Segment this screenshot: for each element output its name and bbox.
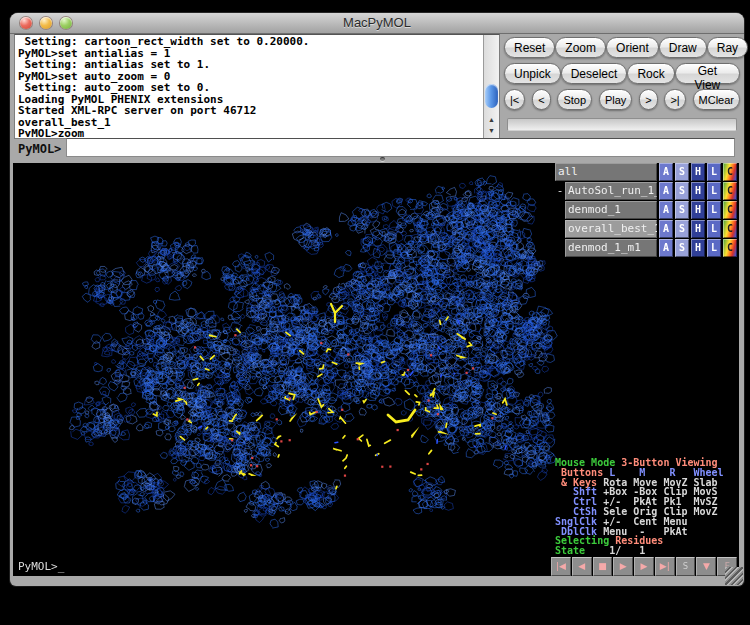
movie-control-bar: |◀◀■▶▶▶|S▼F xyxy=(551,557,737,576)
pymol-button-rock[interactable]: Rock xyxy=(627,63,674,84)
pymol-button-draw[interactable]: Draw xyxy=(659,37,707,58)
a-menu-button[interactable]: A xyxy=(659,201,673,219)
zoom-window-button[interactable] xyxy=(60,17,72,29)
button-row-1: ResetZoomOrientDrawRay xyxy=(504,37,740,58)
pymol-button-unpick[interactable]: Unpick xyxy=(504,63,561,84)
c-menu-button[interactable]: C xyxy=(723,163,737,181)
resize-grip[interactable] xyxy=(725,567,743,585)
console-line: PyMOL>zoom xyxy=(18,128,482,137)
object-row: allASHLC xyxy=(555,163,737,181)
s-menu-button[interactable]: S xyxy=(675,201,689,219)
c-menu-button[interactable]: C xyxy=(723,201,737,219)
console-line: Setting: antialias set to 1. xyxy=(18,59,482,71)
button-row-movie: |<<StopPlay>>|MClear xyxy=(504,89,740,110)
movie-step-forward-button[interactable]: ▶ xyxy=(634,557,654,576)
object-name-denmod-1[interactable]: denmod_1 xyxy=(565,201,657,219)
scrollbar-thumb[interactable] xyxy=(485,84,498,108)
control-button-panel: ResetZoomOrientDrawRay UnpickDeselectRoc… xyxy=(504,37,740,115)
c-menu-button[interactable]: C xyxy=(723,220,737,238)
h-menu-button[interactable]: H xyxy=(691,163,705,181)
command-prompt-label: PyMOL> xyxy=(18,142,61,156)
pymol-button-reset[interactable]: Reset xyxy=(504,37,555,58)
pymol-button-ctrl-4[interactable]: > xyxy=(639,89,657,110)
s-menu-button[interactable]: S xyxy=(675,239,689,257)
indent-spacer xyxy=(555,220,565,238)
console-line: overall_best_1 xyxy=(18,117,482,129)
object-list-panel: allASHLC-AutoSol_run_1_ASHLCdenmod_1ASHL… xyxy=(555,163,737,258)
window-title: MacPyMOL xyxy=(10,13,744,33)
object-name-overall-best-1[interactable]: overall_best_1 xyxy=(565,220,657,238)
console-scrollbar[interactable]: ▲ ▼ xyxy=(483,35,499,138)
scroll-down-icon[interactable]: ▼ xyxy=(484,126,499,136)
pymol-button-deselect[interactable]: Deselect xyxy=(561,63,628,84)
close-button[interactable] xyxy=(20,17,32,29)
console-line: Setting: auto_zoom set to 0. xyxy=(18,82,482,94)
command-input[interactable] xyxy=(66,138,735,157)
console-output: Setting: cartoon_rect_width set to 0.200… xyxy=(18,36,482,137)
movie-end-button[interactable]: ▶| xyxy=(655,557,675,576)
movie-step-back-button[interactable]: ◀ xyxy=(572,557,592,576)
l-menu-button[interactable]: L xyxy=(707,239,721,257)
splitter-handle[interactable] xyxy=(380,157,385,161)
l-menu-button[interactable]: L xyxy=(707,220,721,238)
a-menu-button[interactable]: A xyxy=(659,220,673,238)
indent-spacer xyxy=(555,201,565,219)
macpymol-window: MacPyMOL Setting: cartoon_rect_width set… xyxy=(10,13,744,586)
feedback-progress-strip xyxy=(507,118,737,131)
l-menu-button[interactable]: L xyxy=(707,201,721,219)
pymol-button-zoom[interactable]: Zoom xyxy=(555,37,606,58)
pymol-button-ray[interactable]: Ray xyxy=(707,37,748,58)
object-name-all[interactable]: all xyxy=(555,163,657,181)
movie-scene-button[interactable]: S xyxy=(676,557,696,576)
pymol-button-play[interactable]: Play xyxy=(599,89,632,110)
mouse-panel-text: State xyxy=(555,545,591,556)
movie-stop-button[interactable]: ■ xyxy=(593,557,613,576)
log-console[interactable]: Setting: cartoon_rect_width set to 0.200… xyxy=(14,34,500,139)
movie-down-button[interactable]: ▼ xyxy=(696,557,716,576)
h-menu-button[interactable]: H xyxy=(691,220,705,238)
pymol-button-ctrl-0[interactable]: |< xyxy=(504,89,525,110)
console-line: Setting: cartoon_rect_width set to 0.200… xyxy=(18,36,482,48)
object-name-denmod-1-m1[interactable]: denmod_1_m1 xyxy=(565,239,657,257)
object-row: -AutoSol_run_1_ASHLC xyxy=(555,182,737,200)
a-menu-button[interactable]: A xyxy=(659,182,673,200)
object-name-autosol-run-1[interactable]: AutoSol_run_1_ xyxy=(565,182,657,200)
button-row-2: UnpickDeselectRockGet View xyxy=(504,63,740,84)
viewport-prompt: PyMOL>_ xyxy=(18,560,64,573)
c-menu-button[interactable]: C xyxy=(723,239,737,257)
pymol-button-get-view[interactable]: Get View xyxy=(675,63,740,84)
s-menu-button[interactable]: S xyxy=(675,220,689,238)
pymol-button-ctrl-5[interactable]: >| xyxy=(664,89,685,110)
object-row: denmod_1ASHLC xyxy=(555,201,737,219)
indent-spacer xyxy=(555,239,565,257)
object-row: denmod_1_m1ASHLC xyxy=(555,239,737,257)
c-menu-button[interactable]: C xyxy=(723,182,737,200)
h-menu-button[interactable]: H xyxy=(691,182,705,200)
traffic-lights xyxy=(20,17,72,29)
scroll-up-icon[interactable]: ▲ xyxy=(484,115,499,125)
mouse-panel-line: State 1/ 1 xyxy=(555,546,736,556)
pymol-button-orient[interactable]: Orient xyxy=(606,37,659,58)
mouse-mode-panel[interactable]: Mouse Mode 3-Button Viewing Buttons L M … xyxy=(555,458,736,556)
pymol-button-ctrl-1[interactable]: < xyxy=(532,89,550,110)
h-menu-button[interactable]: H xyxy=(691,239,705,257)
a-menu-button[interactable]: A xyxy=(659,239,673,257)
movie-rewind-button[interactable]: |◀ xyxy=(551,557,571,576)
title-bar[interactable]: MacPyMOL xyxy=(10,13,744,34)
pymol-button-stop[interactable]: Stop xyxy=(557,89,592,110)
expand-toggle[interactable]: - xyxy=(555,182,565,200)
a-menu-button[interactable]: A xyxy=(659,163,673,181)
minimize-button[interactable] xyxy=(40,17,52,29)
l-menu-button[interactable]: L xyxy=(707,163,721,181)
h-menu-button[interactable]: H xyxy=(691,201,705,219)
s-menu-button[interactable]: S xyxy=(675,163,689,181)
movie-play-button[interactable]: ▶ xyxy=(613,557,633,576)
mouse-panel-text: 1/ 1 xyxy=(591,545,645,556)
console-line: Started XML-RPC server on port 46712 xyxy=(18,105,482,117)
object-row: overall_best_1ASHLC xyxy=(555,220,737,238)
pymol-button-mclear[interactable]: MClear xyxy=(693,89,740,110)
3d-viewport[interactable]: PyMOL>_ allASHLC-AutoSol_run_1_ASHLCdenm… xyxy=(13,163,739,576)
s-menu-button[interactable]: S xyxy=(675,182,689,200)
l-menu-button[interactable]: L xyxy=(707,182,721,200)
